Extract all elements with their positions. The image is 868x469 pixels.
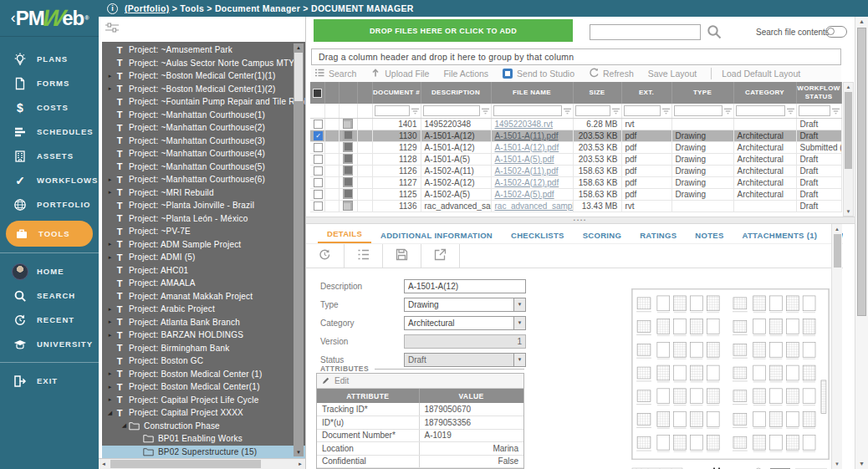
funnel-icon[interactable] xyxy=(612,107,620,114)
list-button[interactable] xyxy=(345,244,383,268)
filter-sliders-icon[interactable] xyxy=(105,22,120,37)
tree-collapsed-arrow-icon[interactable]: ▸ xyxy=(105,241,115,247)
column-header-category[interactable]: CATEGORY xyxy=(733,82,796,104)
row-checkbox[interactable] xyxy=(314,120,323,129)
tree-expanded-arrow-icon[interactable]: ◢ xyxy=(120,422,129,429)
file-link[interactable]: A-1502-A(12).pdf xyxy=(495,178,559,187)
send-to-studio-button[interactable]: Send to Studio xyxy=(503,69,574,79)
search-icon[interactable] xyxy=(707,24,722,39)
document-row-1401[interactable]: 140114952203481495220348.rvt6.28 MBrvtDr… xyxy=(310,118,841,130)
file-link[interactable]: A-1501-A(12).pdf xyxy=(495,143,559,152)
upload-file-button[interactable]: Upload File xyxy=(370,68,429,79)
funnel-icon[interactable] xyxy=(564,107,571,114)
tree-collapsed-arrow-icon[interactable]: ▸ xyxy=(105,370,115,377)
row-checkbox[interactable] xyxy=(314,166,323,176)
sidebar-item-costs[interactable]: $COSTS xyxy=(0,95,99,120)
row-checkbox[interactable] xyxy=(314,190,323,199)
tree-collapsed-arrow-icon[interactable]: ▸ xyxy=(105,176,115,183)
tab-attachments-1[interactable]: ATTACHMENTS (1) xyxy=(733,227,827,243)
tree-item-project-birmingham-bank[interactable]: TProject: Birmingham Bank xyxy=(102,342,305,355)
filter-input-type[interactable] xyxy=(674,105,722,116)
funnel-icon[interactable] xyxy=(662,107,670,114)
sidebar-item-tools[interactable]: TOOLS xyxy=(6,221,93,247)
tree-item-project-amusement-park[interactable]: TProject: ~Amusement Park xyxy=(102,43,305,57)
tree-item-project-manhattan-courthouse-4[interactable]: TProject: ~Manhattan Courthouse(4) xyxy=(102,147,305,161)
sidebar-item-home[interactable]: HOME xyxy=(0,259,99,283)
tree-expanded-arrow-icon[interactable]: ◢ xyxy=(105,410,115,416)
column-header-description[interactable]: DESCRIPTION xyxy=(421,82,491,104)
filter-input-category[interactable] xyxy=(736,105,785,116)
tree-item-project-fountain-pump-repair-and-tile-replacement-1[interactable]: TProject: ~Fountain Pump Repair and Tile… xyxy=(102,95,305,109)
scroll-down-icon[interactable]: ▼ xyxy=(855,459,868,469)
file-search-input[interactable] xyxy=(590,24,701,40)
sidebar-item-forms[interactable]: FORMS xyxy=(0,71,99,95)
tree-item-project-ahc01[interactable]: TProject: AHC01 xyxy=(102,264,305,278)
tree-item-project-planta-joinville-brazil[interactable]: TProject: ~Planta Joinville - Brazil xyxy=(102,199,305,212)
document-row-1127[interactable]: 1127A-1502-A(12)A-1502-A(12).pdf158.63 K… xyxy=(310,176,841,188)
scrollbar-thumb[interactable] xyxy=(845,92,852,169)
tree-item-project-manhattan-courthouse-6[interactable]: ▸TProject: ~Manhattan Courthouse(6) xyxy=(102,173,305,186)
category-select[interactable]: Architectural▼ xyxy=(404,316,526,330)
column-header-workflow-status[interactable]: WORKFLOW STATUS xyxy=(796,82,841,104)
tree-item-project-manhattan-courthouse-3[interactable]: TProject: ~Manhattan Courthouse(3) xyxy=(102,135,305,148)
file-actions-button[interactable]: File Actions xyxy=(443,69,488,79)
column-header-ext[interactable]: EXT. xyxy=(621,82,671,104)
tree-collapsed-arrow-icon[interactable]: ▸ xyxy=(105,319,115,325)
grid-vertical-scrollbar[interactable]: ▲ ▼ xyxy=(843,82,854,217)
file-link[interactable]: 1495220348.rvt xyxy=(495,120,554,129)
funnel-icon[interactable] xyxy=(787,107,794,114)
sidebar-item-workflows[interactable]: ✓WORKFLOWS xyxy=(0,168,99,192)
file-link[interactable]: A-1502-A(11).pdf xyxy=(495,166,559,176)
column-header-size[interactable]: SIZE xyxy=(573,82,621,104)
tree-collapsed-arrow-icon[interactable]: ▸ xyxy=(105,306,115,313)
file-link[interactable]: A-1502-A(5).pdf xyxy=(495,190,554,199)
scrollbar-thumb[interactable] xyxy=(110,460,261,468)
sidebar-item-schedules[interactable]: SCHEDULES xyxy=(0,120,99,144)
filter-input-file-name[interactable] xyxy=(493,105,562,116)
column-header-type[interactable]: TYPE xyxy=(671,82,733,104)
save-button[interactable] xyxy=(383,244,421,268)
tree-item-project-capital-project-life-cycle[interactable]: ▸TProject: Capital Project Life Cycle xyxy=(102,394,305,407)
row-checkbox[interactable] xyxy=(314,201,323,211)
tree-item-project-capital-project-xxxx[interactable]: ◢TProject: Capital Project XXXX xyxy=(102,406,305,420)
select-all-checkbox[interactable] xyxy=(313,89,322,98)
tree-item-project-boston-gc[interactable]: TProject: Boston GC xyxy=(102,354,305,368)
details-vertical-scrollbar[interactable]: ▲ ▼ xyxy=(831,224,842,469)
save-layout-button[interactable]: Save Layout xyxy=(648,69,697,79)
tree-item-construction-phase[interactable]: ◢Construction Phase xyxy=(102,420,305,433)
group-by-drop-area[interactable]: Drag a column header and drop it here to… xyxy=(311,48,841,65)
scroll-down-icon[interactable]: ▼ xyxy=(844,207,853,216)
page-vertical-scrollbar[interactable]: ▲ ▼ xyxy=(855,17,868,469)
edit-button[interactable]: Edit xyxy=(317,374,523,389)
scroll-down-icon[interactable]: ▼ xyxy=(294,448,304,456)
tab-checklists[interactable]: CHECKLISTS xyxy=(502,227,574,243)
drop-files-button[interactable]: DROP FILES HERE OR CLICK TO ADD xyxy=(314,19,573,42)
tab-details[interactable]: DETAILS xyxy=(318,225,371,243)
tree-collapsed-arrow-icon[interactable]: ▸ xyxy=(105,73,115,79)
column-header-file-name[interactable]: FILE NAME xyxy=(491,82,573,104)
open-new-window-button[interactable] xyxy=(421,244,460,268)
row-checkbox[interactable] xyxy=(314,178,323,187)
scrollbar-thumb[interactable] xyxy=(857,28,866,316)
document-row-1126[interactable]: 1126A-1502-A(11)A-1502-A(11).pdf158.63 K… xyxy=(310,165,841,176)
funnel-icon[interactable] xyxy=(411,107,419,114)
sidebar-item-recent[interactable]: RECENT xyxy=(0,308,99,332)
tree-item-project-boston-medical-center-1[interactable]: ▸TProject: Boston Medical Center (1) xyxy=(102,368,305,381)
sidebar-item-portfolio[interactable]: PORTFOLIO xyxy=(0,192,99,217)
tree-item-project-boston-medical-center-1-2[interactable]: ▸TProject: ~Boston Medical Center(1)(2) xyxy=(102,83,305,96)
type-select[interactable]: Drawing▼ xyxy=(404,298,526,312)
funnel-icon[interactable] xyxy=(724,107,732,114)
tree-item-bp02-superstructure-15[interactable]: BP02 Superstructure (15) xyxy=(102,446,305,459)
document-row-1129[interactable]: 1129A-1501-A(12)A-1501-A(12).pdf203.53 K… xyxy=(310,141,841,153)
tree-item-project-atlanta-bank-branch[interactable]: ▸TProject: Atlanta Bank Branch xyxy=(102,316,305,329)
scroll-up-icon[interactable]: ▲ xyxy=(832,225,842,233)
file-link[interactable]: A-1501-A(5).pdf xyxy=(495,155,554,164)
history-button[interactable] xyxy=(306,244,345,268)
search-button[interactable]: Search xyxy=(314,68,356,79)
filter-input-ext[interactable] xyxy=(624,105,661,116)
tree-item-project-manhattan-courthouse-2[interactable]: TProject: ~Manhattan Courthouse(2) xyxy=(102,121,305,135)
scroll-right-icon[interactable]: ► xyxy=(295,459,305,469)
tree-item-project-pv-7e[interactable]: TProject: ~PV-7E xyxy=(102,225,305,238)
scroll-up-icon[interactable]: ▲ xyxy=(294,43,304,52)
tree-item-project-amanat-makkah-project[interactable]: TProject: Amanat Makkah Project xyxy=(102,290,305,303)
